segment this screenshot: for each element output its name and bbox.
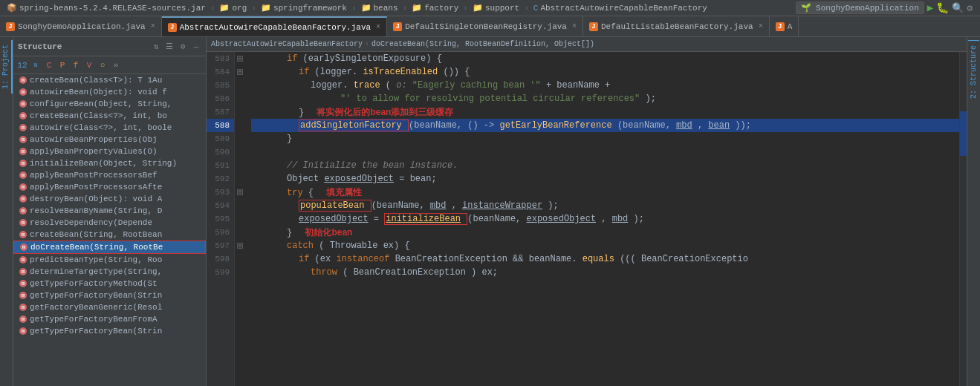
fold-mark-583[interactable]: -: [237, 56, 243, 62]
label-9: applyBeanPostProcessorsBef: [30, 171, 158, 180]
bc-method[interactable]: doCreateBean(String, RootBeanDefinition,…: [371, 40, 594, 48]
code-lines[interactable]: if (earlySingletonExposure) { if (logger…: [245, 52, 959, 386]
debug-button[interactable]: 🐛: [936, 1, 949, 14]
sidebar-item-9[interactable]: m applyBeanPostProcessorsBef: [13, 169, 206, 181]
sidebar-item-19[interactable]: m getTypeForFactoryBean(Strin: [13, 290, 206, 301]
sidebar-header: Structure ⇅ ☰ ⚙ —: [13, 37, 206, 56]
factory-breadcrumb[interactable]: 📁 factory: [408, 3, 462, 13]
settings-button[interactable]: ⚙: [967, 2, 973, 14]
toolbar-icon-more[interactable]: »: [110, 59, 122, 71]
toolbar-sort1[interactable]: 12: [16, 59, 28, 71]
sidebar-item-8[interactable]: m initializeBean(Object, String): [13, 157, 206, 169]
springframework-breadcrumb[interactable]: 📁 springframework: [257, 3, 351, 13]
tab-songhyapp[interactable]: J SonghyDemoApplication.java ×: [0, 16, 162, 37]
folder-icon-3: 📁: [361, 3, 371, 13]
project-tab-label[interactable]: 1: Project: [0, 40, 13, 94]
run-area: 🌱 SonghyDemoApplication ▶ 🐛 🔍 ⚙: [796, 1, 978, 14]
fold-589: [235, 132, 245, 145]
label-6: autowireBeanProperties(Obj: [30, 135, 158, 144]
ln-586: 586: [207, 92, 234, 105]
bc-sep-6: ›: [523, 4, 530, 13]
tab-extra[interactable]: J A: [770, 16, 799, 37]
sort-alpha-icon[interactable]: ⇅: [151, 42, 161, 52]
sidebar-item-21[interactable]: m getTypeForFactoryBeanFromA: [13, 313, 206, 325]
sidebar-item-6[interactable]: m autowireBeanProperties(Obj: [13, 134, 206, 145]
sidebar-item-18[interactable]: m getTypeForFactoryMethod(St: [13, 278, 206, 290]
code-line-587: } 将实例化后的bean添加到三级缓存: [251, 105, 959, 119]
bc-sep-4: ›: [402, 4, 409, 13]
left-project-tab[interactable]: 1: Project: [0, 37, 13, 386]
label-2: autowireBean(Object): void f: [30, 88, 167, 96]
sidebar-item-12[interactable]: m resolveBeanByName(String, D: [13, 205, 206, 217]
sidebar-item-3[interactable]: m configureBean(Object, String,: [13, 98, 206, 110]
sidebar-item-5[interactable]: m autowire(Class<?>, int, boole: [13, 122, 206, 134]
bc-sep-2: ›: [250, 4, 257, 13]
settings-icon[interactable]: ⚙: [178, 42, 188, 52]
fold-596: [235, 226, 245, 239]
sidebar-item-14[interactable]: m createBean(String, RootBean: [13, 229, 206, 241]
folder-icon-5: 📁: [473, 3, 483, 13]
fold-mark-584[interactable]: -: [237, 69, 243, 75]
search-button[interactable]: 🔍: [952, 2, 964, 14]
toolbar-icon-red-c[interactable]: C: [43, 59, 55, 71]
scroll-indicator[interactable]: [959, 52, 967, 386]
sidebar-item-20[interactable]: m getFactoryBeanGeneric(Resol: [13, 301, 206, 313]
dot-1: m: [19, 76, 27, 84]
sidebar-item-2[interactable]: m autowireBean(Object): void f: [13, 86, 206, 98]
code-line-596: } 初始化bean: [251, 226, 959, 239]
close-tab-1[interactable]: ×: [151, 22, 155, 30]
fold-mark-593[interactable]: -: [237, 189, 243, 195]
ln-583: 583: [207, 52, 234, 65]
fold-mark-597[interactable]: -: [237, 243, 243, 249]
sort-visibility-icon[interactable]: ☰: [164, 42, 175, 52]
toolbar-sort2[interactable]: ⇅: [30, 59, 42, 71]
dot-15: m: [20, 243, 27, 251]
ln-587: 587: [207, 105, 234, 119]
sidebar-item-10[interactable]: m applyBeanPostProcessorsAfte: [13, 181, 206, 193]
tab-defaultsingleton[interactable]: J DefaultSingletonBeanRegistry.java ×: [387, 16, 583, 37]
java-icon-1: J: [6, 22, 15, 31]
close-tab-3[interactable]: ×: [572, 22, 577, 30]
jar-breadcrumb-item[interactable]: 📦 spring-beans-5.2.4.RELEASE-sources.jar: [3, 3, 210, 13]
structure-tab-label[interactable]: 2: Structure: [968, 40, 979, 103]
dot-5: m: [19, 124, 27, 131]
close-tab-4[interactable]: ×: [759, 22, 763, 30]
tab-defaultlistable[interactable]: J DefaultListableBeanFactory.java ×: [583, 16, 770, 37]
dot-4: m: [19, 112, 27, 120]
minimize-icon[interactable]: —: [191, 42, 201, 52]
toolbar-icon-orange-p[interactable]: P: [56, 59, 68, 71]
java-icon-2: J: [168, 23, 177, 32]
code-line-592: Object exposedObject = bean;: [251, 172, 959, 186]
java-icon-4: J: [589, 22, 598, 31]
label-16: predictBeanType(String, Roo: [30, 255, 162, 264]
sidebar-item-13[interactable]: m resolveDependency(Depende: [13, 217, 206, 229]
sidebar-item-22[interactable]: m getTypeForFactoryBean(Strin: [13, 325, 206, 337]
toolbar-icon-f[interactable]: f: [70, 59, 82, 71]
sidebar-item-7[interactable]: m applyBeanPropertyValues(O): [13, 145, 206, 157]
beans-breadcrumb[interactable]: 📁 beans: [357, 3, 402, 13]
sidebar-item-4[interactable]: m createBean(Class<?>, int, bo: [13, 110, 206, 122]
toolbar-icon-yellow[interactable]: ○: [97, 59, 108, 71]
dot-12: m: [19, 207, 27, 215]
bc-class[interactable]: AbstractAutowireCapableBeanFactory: [211, 40, 363, 48]
tab-abstract[interactable]: J AbstractAutowireCapableBeanFactory.jav…: [162, 16, 387, 37]
sidebar-item-15[interactable]: m doCreateBean(String, RootBe: [13, 241, 206, 254]
bc-sep-1: ›: [210, 4, 216, 13]
code-line-591: // Initialize the bean instance.: [251, 159, 959, 172]
sidebar-item-11[interactable]: m destroyBean(Object): void A: [13, 193, 206, 205]
org-breadcrumb[interactable]: 📁 org: [215, 3, 250, 13]
close-tab-2[interactable]: ×: [376, 23, 380, 31]
fold-599: [235, 266, 245, 279]
fold-591: [235, 159, 245, 172]
class-breadcrumb[interactable]: C AbstractAutowireCapableBeanFactory: [530, 4, 711, 13]
folder-icon-4: 📁: [412, 3, 422, 13]
sidebar-item-17[interactable]: m determineTargetType(String,: [13, 266, 206, 278]
toolbar-icon-v[interactable]: V: [83, 59, 95, 71]
support-breadcrumb[interactable]: 📁 support: [469, 3, 523, 13]
sidebar-toolbar: 12 ⇅ C P f V ○ »: [13, 56, 206, 74]
right-structure-tab[interactable]: 2: Structure: [967, 37, 980, 386]
dot-10: m: [19, 183, 27, 191]
run-button[interactable]: ▶: [927, 1, 933, 14]
sidebar-item-1[interactable]: m createBean(Class<T>): T 1Au: [13, 74, 206, 86]
sidebar-item-16[interactable]: m predictBeanType(String, Roo: [13, 254, 206, 266]
